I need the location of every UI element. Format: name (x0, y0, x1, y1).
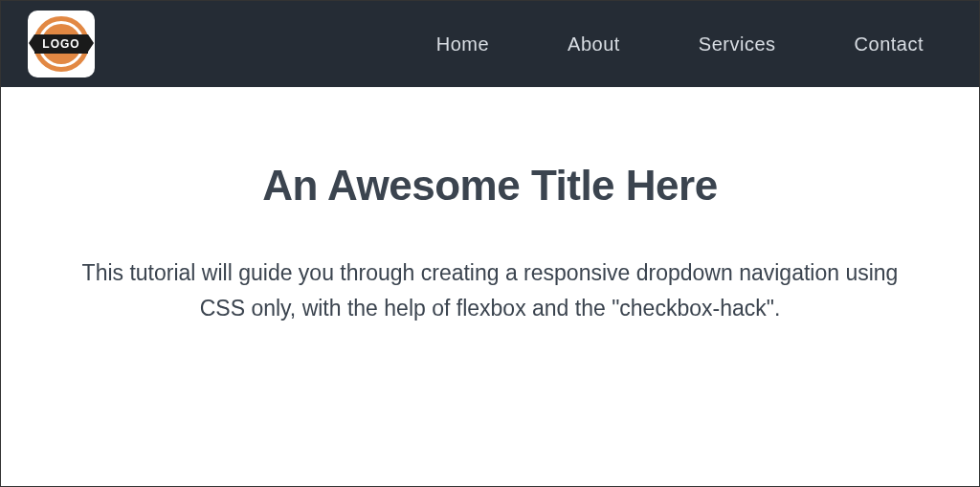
navbar: LOGO Home About Services Contact (1, 1, 979, 87)
nav-link-contact[interactable]: Contact (855, 33, 924, 55)
nav-link-home[interactable]: Home (436, 33, 489, 55)
page-subtitle: This tutorial will guide you through cre… (69, 255, 911, 326)
page-title: An Awesome Title Here (58, 162, 922, 210)
logo-text: LOGO (34, 34, 87, 54)
logo[interactable]: LOGO (28, 11, 95, 77)
main-content: An Awesome Title Here This tutorial will… (1, 87, 979, 326)
nav-link-about[interactable]: About (568, 33, 620, 55)
nav-link-services[interactable]: Services (699, 33, 776, 55)
nav-links: Home About Services Contact (436, 33, 952, 55)
